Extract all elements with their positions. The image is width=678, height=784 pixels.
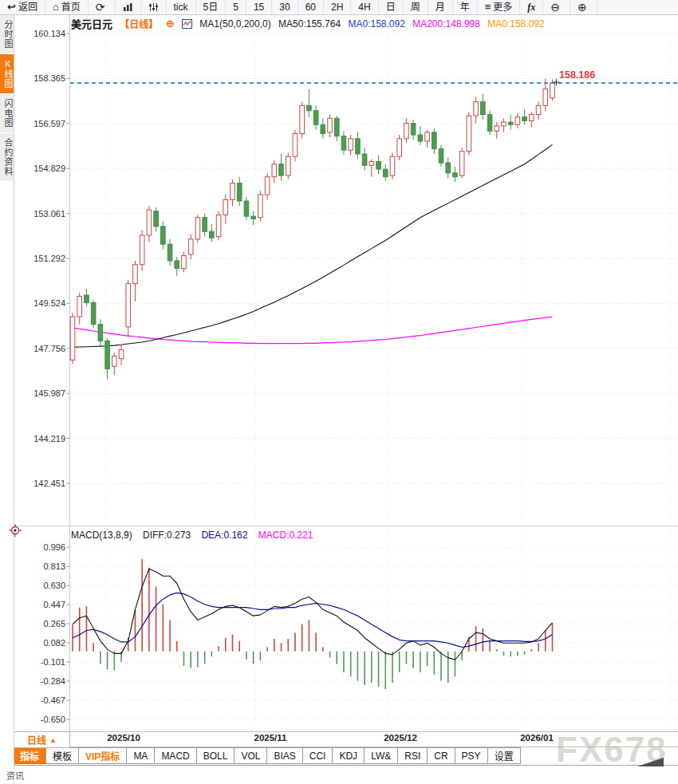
- bar-chart-icon: [123, 2, 133, 12]
- macd-axis-tick: -0.650: [41, 715, 65, 724]
- chart-canvas[interactable]: 160.134158.365156.597154.829153.061151.2…: [0, 0, 678, 784]
- tab-模板[interactable]: 模板: [45, 747, 79, 764]
- price-axis-tick: 144.219: [34, 434, 65, 443]
- sidebar-item-kline[interactable]: K线图: [0, 54, 14, 93]
- toolbar-button-5d[interactable]: 5日: [196, 0, 227, 14]
- refresh-icon: ⟳: [96, 0, 108, 15]
- macd-axis-tick: -0.101: [41, 657, 65, 667]
- x-axis-label: 2025/12: [384, 733, 417, 743]
- price-axis-tick: 151.292: [34, 254, 65, 263]
- price-axis-tick: 160.134: [34, 29, 65, 38]
- toolbar-button-back[interactable]: ↩返回: [0, 0, 45, 14]
- tab-CCI[interactable]: CCI: [302, 747, 333, 764]
- symbol-title: 美元日元: [71, 18, 112, 30]
- toolbar-button-2h[interactable]: 2H: [324, 0, 351, 14]
- tab-KDJ[interactable]: KDJ: [332, 747, 365, 764]
- period-selector[interactable]: 日线 ▲: [14, 731, 70, 748]
- tab-RSI[interactable]: RSI: [397, 747, 428, 764]
- toolbar-button-day[interactable]: 日: [379, 0, 404, 14]
- tab-CR[interactable]: CR: [427, 747, 455, 764]
- price-axis-tick: 158.365: [34, 73, 65, 83]
- news-link[interactable]: 资讯: [5, 769, 26, 782]
- left-sidebar: 分时图K线图闪电图合约资料: [0, 14, 14, 784]
- x-axis-label: 2025/11: [254, 733, 287, 743]
- divider: [0, 731, 678, 732]
- chart-header: 美元日元 【日线】 ⊕ MA1(50,0,200,0) MA50:155.764…: [71, 16, 550, 31]
- toolbar-button-home[interactable]: ⌂首页: [45, 0, 89, 14]
- toolbar-button-refresh[interactable]: ⟳: [89, 0, 116, 14]
- tab-BIAS[interactable]: BIAS: [266, 747, 302, 764]
- period-tag: 【日线】: [120, 19, 158, 30]
- x-axis-label: 2025/10: [107, 733, 140, 743]
- top-toolbar: ↩返回⌂首页⟳tick5日51530602H4H日周月年≡更多fx⊖⊕: [0, 0, 678, 15]
- toolbar-button-60m[interactable]: 60: [298, 0, 324, 14]
- candle-mini-icon: [182, 18, 192, 30]
- x-axis-labels: 2025/102025/112025/122026/01: [0, 733, 678, 746]
- fx-chart-app: 160.134158.365156.597154.829153.061151.2…: [0, 0, 678, 784]
- tab-BOLL[interactable]: BOLL: [196, 747, 235, 764]
- toolbar-button-week[interactable]: 周: [404, 0, 428, 14]
- ma0-orange-value: MA0:158.092: [487, 18, 544, 30]
- macd-axis-tick: 0.630: [43, 581, 65, 590]
- dea-value: DEA:0.162: [201, 530, 247, 541]
- price-axis-tick: 142.451: [34, 479, 65, 488]
- crosshair-icon[interactable]: [8, 523, 22, 541]
- menu-icon: ≡: [485, 0, 494, 14]
- toolbar-button-15m[interactable]: 15: [246, 0, 272, 14]
- price-axis-tick: 154.829: [34, 163, 65, 173]
- sidebar-item-contract-info[interactable]: 合约资料: [0, 133, 14, 181]
- toolbar-button-30m[interactable]: 30: [272, 0, 298, 14]
- price-axis-tick: 149.524: [34, 298, 65, 308]
- tab-指标[interactable]: 指标: [13, 747, 46, 764]
- x-axis-label: 2026/01: [520, 733, 554, 743]
- sidebar-item-time-share[interactable]: 分时图: [0, 15, 14, 53]
- macd-header: MACD(13,8,9) DIFF:0.273 DEA:0.162 MACD:0…: [71, 530, 321, 541]
- home-icon: ⌂: [53, 0, 61, 14]
- last-price-label: 158.186: [559, 69, 595, 81]
- price-axis-tick: 153.061: [34, 209, 65, 219]
- tab-MACD[interactable]: MACD: [154, 747, 196, 764]
- zoom-in-icon: ⊕: [577, 0, 589, 15]
- toolbar-button-fx[interactable]: fx: [520, 0, 543, 14]
- toolbar-button-tick[interactable]: tick: [167, 0, 196, 14]
- tab-VOL[interactable]: VOL: [234, 747, 267, 764]
- toolbar-button-chart-style[interactable]: [116, 0, 141, 14]
- toolbar-button-indicator-settings[interactable]: [141, 0, 167, 14]
- macd-axis-tick: -0.467: [41, 695, 65, 705]
- tab-设置[interactable]: 设置: [487, 747, 521, 764]
- price-axis-tick: 145.987: [34, 388, 65, 398]
- sliders-icon: [148, 2, 159, 12]
- tab-MA[interactable]: MA: [126, 747, 155, 764]
- divider: [0, 765, 678, 766]
- tab-VIP指标[interactable]: VIP指标: [78, 747, 127, 764]
- ma-settings-label[interactable]: MA1(50,0,200,0): [199, 18, 270, 30]
- tab-LW&[interactable]: LW&: [364, 747, 398, 764]
- price-axis-tick: 156.597: [34, 119, 65, 128]
- macd-axis-tick: 0.813: [43, 561, 65, 571]
- macd-axis-tick: 0.447: [43, 600, 65, 609]
- period-selector-label: 日线: [27, 733, 46, 747]
- back-arrow-icon: ↩: [7, 0, 18, 14]
- zoom-out-icon: ⊖: [550, 0, 562, 15]
- toolbar-button-zoom-out[interactable]: ⊖: [543, 0, 570, 14]
- sidebar-item-lightning[interactable]: 闪电图: [0, 94, 14, 132]
- diff-value: DIFF:0.273: [143, 530, 191, 541]
- add-indicator-icon[interactable]: ⊕: [166, 18, 175, 30]
- macd-settings-label[interactable]: MACD(13,8,9): [71, 530, 132, 541]
- tab-PSY[interactable]: PSY: [455, 747, 488, 764]
- toolbar-button-year[interactable]: 年: [453, 0, 478, 14]
- macd-axis-tick: 0.082: [43, 638, 65, 648]
- macd-axis-tick: 0.996: [43, 542, 65, 552]
- chevron-up-icon: ▲: [49, 736, 57, 744]
- macd-axis-tick: -0.284: [41, 676, 65, 686]
- ma200-value: MA200:148.998: [412, 18, 480, 30]
- ma50-value: MA50:155.764: [278, 18, 341, 30]
- toolbar-button-more[interactable]: ≡更多: [478, 0, 521, 14]
- toolbar-button-4h[interactable]: 4H: [351, 0, 378, 14]
- ma0-blue-value: MA0:158.092: [348, 18, 404, 30]
- toolbar-button-month[interactable]: 月: [428, 0, 453, 14]
- macd-axis-tick: 0.265: [43, 619, 65, 628]
- toolbar-button-5m[interactable]: 5: [226, 0, 246, 14]
- price-axis-tick: 147.756: [34, 344, 65, 353]
- toolbar-button-zoom-in[interactable]: ⊕: [570, 0, 597, 14]
